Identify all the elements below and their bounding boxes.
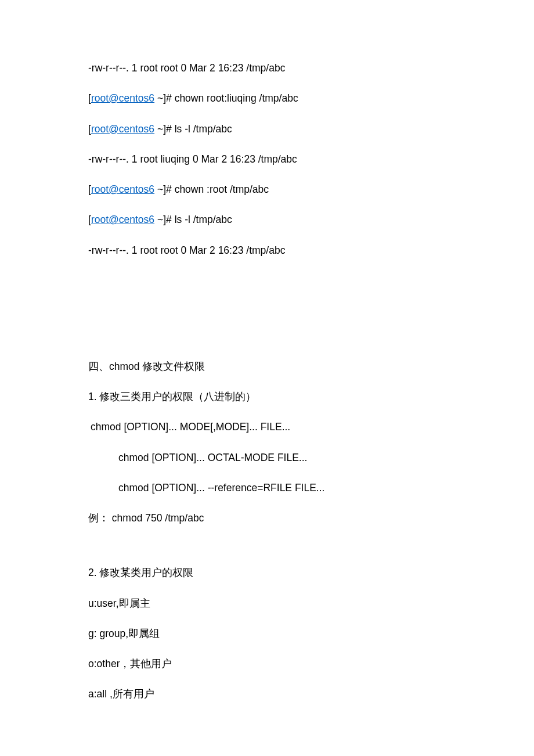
user-host-link[interactable]: root@centos6 — [91, 183, 154, 195]
section-gap — [88, 273, 447, 359]
section-gap — [88, 541, 447, 565]
terminal-command-line: [root@centos6 ~]# chown :root /tmp/abc — [88, 182, 447, 197]
body-text: u:user,即属主 — [88, 596, 447, 611]
terminal-output-line: -rw-r--r--. 1 root root 0 Mar 2 16:23 /t… — [88, 60, 447, 75]
body-text: g: group,即属组 — [88, 626, 447, 641]
example-line: 例： chmod 750 /tmp/abc — [88, 510, 447, 525]
command-text: ~]# ls -l /tmp/abc — [154, 214, 232, 225]
user-host-link[interactable]: root@centos6 — [91, 123, 154, 135]
user-host-link[interactable]: root@centos6 — [91, 214, 154, 225]
syntax-line: chmod [OPTION]... OCTAL-MODE FILE... — [88, 450, 447, 465]
section-heading: 四、chmod 修改文件权限 — [88, 359, 447, 374]
command-text: ~]# chown root:liuqing /tmp/abc — [154, 92, 298, 104]
document-page: -rw-r--r--. 1 root root 0 Mar 2 16:23 /t… — [0, 0, 534, 756]
terminal-command-line: [root@centos6 ~]# ls -l /tmp/abc — [88, 212, 447, 227]
user-host-link[interactable]: root@centos6 — [91, 92, 154, 104]
terminal-output-line: -rw-r--r--. 1 root liuqing 0 Mar 2 16:23… — [88, 152, 447, 167]
body-text: 1. 修改三类用户的权限（八进制的） — [88, 389, 447, 404]
syntax-line: chmod [OPTION]... --reference=RFILE FILE… — [88, 480, 447, 495]
command-text: ~]# chown :root /tmp/abc — [154, 183, 269, 195]
terminal-command-line: [root@centos6 ~]# chown root:liuqing /tm… — [88, 91, 447, 106]
body-text: 2. 修改某类用户的权限 — [88, 565, 447, 580]
syntax-line: chmod [OPTION]... MODE[,MODE]... FILE... — [88, 419, 447, 434]
body-text: a:all ,所有用户 — [88, 686, 447, 701]
command-text: ~]# ls -l /tmp/abc — [154, 123, 232, 135]
body-text: o:other，其他用户 — [88, 656, 447, 671]
terminal-output-line: -rw-r--r--. 1 root root 0 Mar 2 16:23 /t… — [88, 243, 447, 258]
terminal-command-line: [root@centos6 ~]# ls -l /tmp/abc — [88, 121, 447, 136]
